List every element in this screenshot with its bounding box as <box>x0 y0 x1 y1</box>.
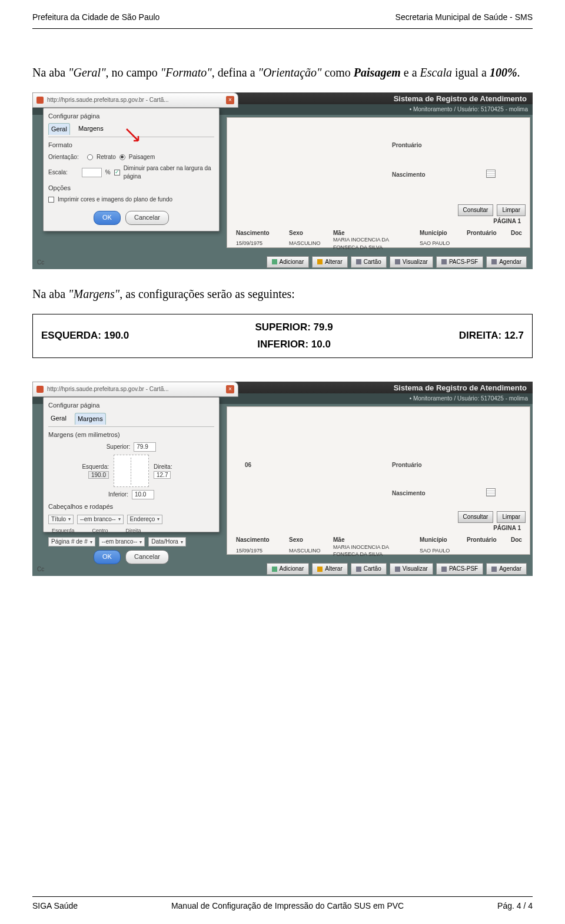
alterar-label: Alterar <box>325 258 342 266</box>
agendar-button[interactable]: Agendar <box>486 256 527 268</box>
browser-url: http://hpris.saude.prefeitura.sp.gov.br … <box>47 96 169 104</box>
td-mun: SAO PAULO <box>420 240 455 247</box>
inf-label: Inferior: <box>108 491 128 499</box>
browser-tab[interactable]: http://hpris.saude.prefeitura.sp.gov.br … <box>32 382 238 397</box>
sel-titulo[interactable]: Título▾ <box>48 515 74 524</box>
escala-row: Escala: % Diminuir para caber na largura… <box>48 164 214 181</box>
section-formato: Formato <box>48 141 214 150</box>
sel-endereco[interactable]: Endereço▾ <box>127 515 163 524</box>
dialog-buttons: OK Cancelar <box>48 211 214 224</box>
browser-url: http://hpris.saude.prefeitura.sp.gov.br … <box>47 385 169 393</box>
limpar-button[interactable]: Limpar <box>497 204 526 216</box>
p1-as: como <box>321 66 353 79</box>
visualizar-label: Visualizar <box>403 258 428 266</box>
header-rule <box>32 28 533 29</box>
check-diminuir[interactable] <box>114 170 120 175</box>
td-sexo: MASCULINO <box>289 547 321 555</box>
tab-margens[interactable]: Margens <box>75 413 106 425</box>
table-row[interactable]: 15/09/1975 MASCULINO MARIA INOCENCIA DA … <box>232 545 526 556</box>
cancelar-button[interactable]: Cancelar <box>125 211 169 224</box>
paragraph-1: Na aba "Geral", no campo "Formato", defi… <box>32 64 533 81</box>
ok-button[interactable]: OK <box>94 550 121 564</box>
search-buttons: Consultar Limpar <box>458 204 526 216</box>
cancelar-button[interactable]: Cancelar <box>125 550 169 564</box>
search-buttons: Consultar Limpar <box>458 511 526 523</box>
p2-tab: "Margens" <box>68 287 119 300</box>
close-tab-icon[interactable]: × <box>226 385 234 393</box>
tab-margens[interactable]: Margens <box>76 123 106 135</box>
consultar-button[interactable]: Consultar <box>458 204 494 216</box>
table-row[interactable]: 15/09/1975 MASCULINO MARIA INOCENCIA DA … <box>232 239 526 249</box>
cartao-button[interactable]: Cartão <box>351 256 387 268</box>
p2-post: , as configurações serão as seguintes: <box>119 287 295 300</box>
pacs-button[interactable]: PACS-PSF <box>436 256 483 268</box>
tab-geral[interactable]: Geral <box>48 413 69 425</box>
th-doc: Doc <box>511 536 526 544</box>
sup-input[interactable]: 79.9 <box>134 442 156 452</box>
page-setup-dialog: Configurar página Geral Margens Formato … <box>43 108 220 231</box>
section-opcoes: Opções <box>48 184 214 193</box>
adicionar-button[interactable]: Adicionar <box>267 256 310 268</box>
td-mae: MARIA INOCENCIA DA FONSECA DA SILVA <box>333 236 408 251</box>
sel-branco-1[interactable]: --em branco--▾ <box>77 515 124 524</box>
check-imprimir-cores[interactable] <box>48 197 54 203</box>
bg-prontuario: Prontuário <box>392 141 422 150</box>
margens-unit: Margens (em milimetros) <box>48 430 214 439</box>
dialog-buttons: OK Cancelar <box>48 550 214 564</box>
consultar-button[interactable]: Consultar <box>458 511 494 523</box>
label-imprimir-cores: Imprimir cores e imagens do plano de fun… <box>58 196 172 204</box>
th-mun: Município <box>420 536 455 544</box>
adicionar-button[interactable]: Adicionar <box>267 563 310 575</box>
alterar-button[interactable]: Alterar <box>312 563 347 575</box>
opcoes-row: Imprimir cores e imagens do plano de fun… <box>48 196 214 204</box>
sup-label: Superior: <box>107 443 131 451</box>
th-mun: Município <box>420 229 455 237</box>
escala-input[interactable] <box>82 168 102 177</box>
pacs-icon <box>441 259 447 264</box>
th-sexo: Sexo <box>289 536 321 544</box>
visualizar-button[interactable]: Visualizar <box>390 256 433 268</box>
visualizar-button[interactable]: Visualizar <box>390 563 433 575</box>
orientacao-row: Orientação: Retrato Paisagem <box>48 153 214 161</box>
esq-group: Esquerda: 190.0 <box>48 463 109 479</box>
screenshot-margens: Sistema de Registro de Atendimento • Mon… <box>32 382 533 576</box>
radio-paisagem[interactable] <box>119 154 125 160</box>
dir-input[interactable]: 12.7 <box>154 471 171 479</box>
cartao-label: Cartão <box>364 565 381 573</box>
td-sexo: MASCULINO <box>289 240 321 247</box>
p1-post1: , defina a <box>212 66 258 79</box>
dir-label: Direita: <box>154 463 214 471</box>
eye-icon <box>395 259 400 264</box>
edit-icon <box>317 567 323 572</box>
plus-icon <box>272 567 277 572</box>
headfoot-row2: Página # de #▾ --em branco--▾ Data/Hora▾ <box>48 537 214 547</box>
label-diminuir: Diminuir para caber na largura da página <box>124 164 214 181</box>
close-tab-icon[interactable]: × <box>226 96 234 104</box>
page-footer: SIGA Saúde Manual de Configuração de Imp… <box>32 892 533 912</box>
calendar-icon[interactable] <box>486 170 496 178</box>
limpar-button[interactable]: Limpar <box>497 511 526 523</box>
browser-tab[interactable]: http://hpris.saude.prefeitura.sp.gov.br … <box>32 92 238 108</box>
agendar-button[interactable]: Agendar <box>486 563 527 575</box>
sel-pagina[interactable]: Página # de #▾ <box>48 537 95 547</box>
orientacao-label: Orientação: <box>48 153 84 161</box>
sel-branco-2[interactable]: --em branco--▾ <box>99 537 145 547</box>
alterar-label: Alterar <box>325 565 342 573</box>
pacs-button[interactable]: PACS-PSF <box>436 563 483 575</box>
footer-left: SIGA Saúde <box>32 900 78 912</box>
margins-center: SUPERIOR: 79.9 INFERIOR: 10.0 <box>255 320 333 352</box>
ok-button[interactable]: OK <box>94 211 121 224</box>
footer-right: Pág. 4 / 4 <box>497 900 533 912</box>
app-title: Sistema de Registro de Atendimento <box>394 94 527 104</box>
sel-datahora[interactable]: Data/Hora▾ <box>148 537 186 547</box>
inf-input[interactable]: 10.0 <box>132 490 154 499</box>
radio-retrato[interactable] <box>87 154 93 160</box>
pacs-label: PACS-PSF <box>449 565 478 573</box>
calendar-icon[interactable] <box>486 488 496 496</box>
tab-geral[interactable]: Geral <box>48 123 70 135</box>
esq-input[interactable]: 190.0 <box>88 471 109 479</box>
eye-icon <box>395 567 400 572</box>
cartao-button[interactable]: Cartão <box>351 563 387 575</box>
footer-rule <box>32 896 533 897</box>
alterar-button[interactable]: Alterar <box>312 256 347 268</box>
